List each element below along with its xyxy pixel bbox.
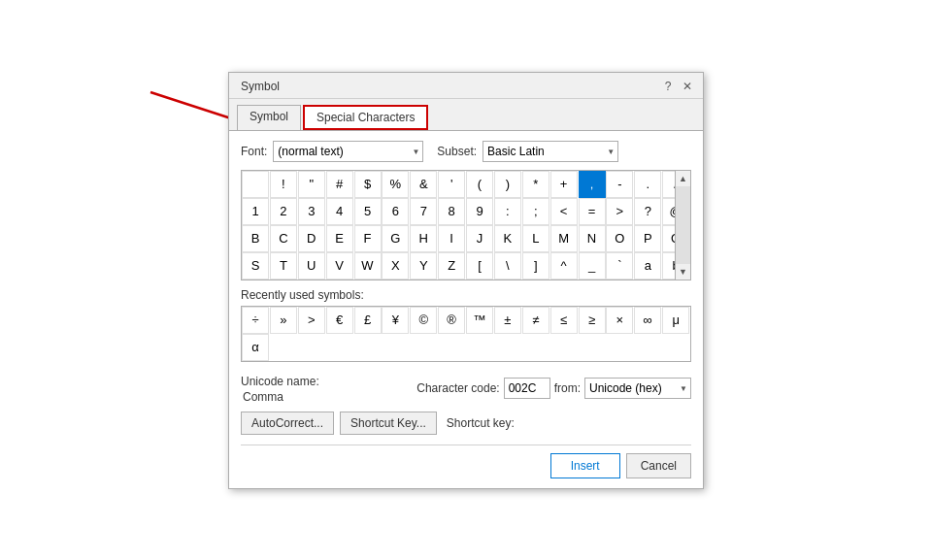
symbol-cell[interactable]: ": [298, 171, 325, 198]
symbol-cell[interactable]: D: [298, 225, 325, 252]
recent-symbol-cell[interactable]: ±: [494, 307, 521, 334]
subset-label: Subset:: [437, 145, 477, 158]
recent-symbol-cell[interactable]: ≠: [522, 307, 549, 334]
symbol-cell[interactable]: -: [606, 171, 633, 198]
symbol-cell[interactable]: <: [550, 198, 578, 225]
symbol-cell[interactable]: T: [270, 252, 297, 280]
tab-symbol[interactable]: Symbol: [237, 105, 301, 130]
recent-symbol-cell[interactable]: ®: [438, 307, 465, 334]
symbol-cell[interactable]: Z: [438, 252, 465, 280]
recent-symbol-cell[interactable]: ×: [606, 307, 633, 334]
symbol-cell[interactable]: Y: [410, 252, 437, 280]
help-button[interactable]: ?: [660, 79, 676, 94]
close-button[interactable]: ✕: [680, 79, 695, 94]
symbol-cell[interactable]: I: [438, 225, 465, 252]
recent-symbol-cell[interactable]: ∞: [634, 307, 661, 334]
recent-symbol-cell[interactable]: £: [354, 307, 382, 334]
scroll-down-button[interactable]: ▼: [676, 264, 691, 280]
symbol-cell[interactable]: C: [270, 225, 297, 252]
recent-symbol-cell[interactable]: ¥: [382, 307, 409, 334]
recent-symbol-cell[interactable]: ©: [410, 307, 437, 334]
symbol-cell[interactable]: F: [354, 225, 382, 252]
symbol-cell[interactable]: ;: [522, 198, 549, 225]
symbol-cell[interactable]: 5: [354, 198, 382, 225]
autocorrect-button[interactable]: AutoCorrect...: [241, 412, 334, 435]
symbol-cell[interactable]: 9: [466, 198, 493, 225]
recent-symbol-cell[interactable]: α: [242, 334, 269, 361]
symbol-cell[interactable]: _: [579, 252, 606, 280]
symbol-cell[interactable]: (: [466, 171, 493, 198]
recent-symbol-cell[interactable]: ÷: [242, 307, 269, 334]
recent-symbol-cell[interactable]: €: [326, 307, 353, 334]
symbol-cell[interactable]: +: [550, 171, 578, 198]
symbol-cell[interactable]: 6: [382, 198, 409, 225]
symbol-cell[interactable]: P: [634, 225, 661, 252]
symbol-cell[interactable]: K: [494, 225, 521, 252]
insert-button[interactable]: Insert: [550, 453, 620, 478]
symbol-cell[interactable]: [242, 171, 269, 198]
from-select[interactable]: Unicode (hex): [584, 378, 691, 399]
symbol-cell[interactable]: :: [494, 198, 521, 225]
symbol-cell[interactable]: O: [606, 225, 633, 252]
char-code-input[interactable]: [504, 378, 550, 399]
scroll-up-button[interactable]: ▲: [676, 171, 691, 186]
font-select[interactable]: (normal text): [273, 141, 423, 162]
cancel-button[interactable]: Cancel: [626, 453, 691, 478]
symbol-cell[interactable]: 2: [270, 198, 297, 225]
symbol-cell[interactable]: 1: [242, 198, 269, 225]
symbol-cell[interactable]: ]: [522, 252, 549, 280]
symbol-cell[interactable]: ?: [634, 198, 661, 225]
symbol-cell[interactable]: `: [606, 252, 633, 280]
symbol-cell[interactable]: [: [466, 252, 493, 280]
symbol-cell[interactable]: 4: [326, 198, 353, 225]
symbol-cell[interactable]: 8: [438, 198, 465, 225]
symbol-dialog: Symbol ? ✕ Symbol Special Characters Fon…: [228, 72, 704, 489]
symbol-cell[interactable]: S: [242, 252, 269, 280]
unicode-name-col: Unicode name: Comma: [241, 374, 319, 404]
symbol-cell[interactable]: 7: [410, 198, 437, 225]
recent-symbol-cell[interactable]: ™: [466, 307, 493, 334]
symbol-cell[interactable]: =: [579, 198, 606, 225]
shortcut-key-button[interactable]: Shortcut Key...: [340, 412, 437, 435]
font-select-wrapper: (normal text): [273, 141, 423, 162]
symbol-cell[interactable]: #: [326, 171, 353, 198]
symbol-cell[interactable]: W: [354, 252, 382, 280]
symbol-cell[interactable]: U: [298, 252, 325, 280]
symbol-cell[interactable]: .: [634, 171, 661, 198]
symbol-cell[interactable]: L: [522, 225, 549, 252]
symbol-cell[interactable]: J: [466, 225, 493, 252]
subset-select[interactable]: Basic Latin: [483, 141, 618, 162]
symbol-cell[interactable]: X: [382, 252, 409, 280]
symbol-cell[interactable]: N: [579, 225, 606, 252]
symbol-cell[interactable]: ,: [579, 171, 606, 198]
recent-symbol-cell[interactable]: ≤: [550, 307, 578, 334]
symbol-cell[interactable]: *: [522, 171, 549, 198]
symbol-cell[interactable]: ^: [550, 252, 578, 280]
symbol-cell[interactable]: $: [354, 171, 382, 198]
symbol-cell[interactable]: V: [326, 252, 353, 280]
symbol-cell[interactable]: G: [382, 225, 409, 252]
symbol-cell[interactable]: a: [634, 252, 661, 280]
recent-symbol-cell[interactable]: μ: [662, 307, 689, 334]
recent-symbol-cell[interactable]: »: [270, 307, 297, 334]
action-buttons: Insert Cancel: [241, 445, 691, 478]
scrollbar: ▲ ▼: [675, 171, 690, 280]
symbol-cell[interactable]: %: [382, 171, 409, 198]
recently-used-label: Recently used symbols:: [241, 288, 691, 302]
symbol-cell[interactable]: 3: [298, 198, 325, 225]
symbol-cell[interactable]: !: [270, 171, 297, 198]
dialog-title: Symbol: [241, 80, 280, 93]
button-row: AutoCorrect... Shortcut Key... Shortcut …: [241, 412, 691, 435]
symbol-cell[interactable]: >: [606, 198, 633, 225]
symbol-cell[interactable]: M: [550, 225, 578, 252]
symbol-cell[interactable]: H: [410, 225, 437, 252]
symbol-cell[interactable]: ': [438, 171, 465, 198]
recent-symbol-cell[interactable]: >: [298, 307, 325, 334]
symbol-cell[interactable]: B: [242, 225, 269, 252]
symbol-cell[interactable]: E: [326, 225, 353, 252]
symbol-cell[interactable]: &: [410, 171, 437, 198]
symbol-cell[interactable]: \: [494, 252, 521, 280]
tab-special-characters[interactable]: Special Characters: [303, 105, 428, 130]
symbol-cell[interactable]: ): [494, 171, 521, 198]
recent-symbol-cell[interactable]: ≥: [579, 307, 606, 334]
